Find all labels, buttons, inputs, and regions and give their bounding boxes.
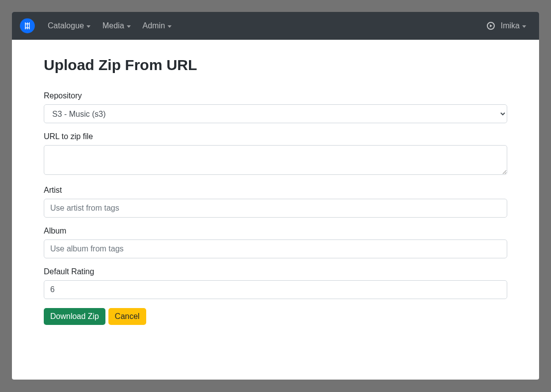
field-artist: Artist (44, 186, 507, 218)
button-row: Download Zip Cancel (44, 308, 507, 325)
chevron-down-icon (127, 25, 131, 28)
app-window: Catalogue Media Admin Imika Upload Zip F… (12, 12, 539, 380)
textarea-url[interactable] (44, 145, 507, 175)
field-repository: Repository S3 - Music (s3) (44, 91, 507, 123)
play-icon[interactable] (487, 22, 495, 30)
nav-user-label: Imika (501, 21, 520, 30)
label-repository: Repository (44, 91, 507, 100)
label-url: URL to zip file (44, 132, 507, 141)
app-logo-icon[interactable] (20, 18, 35, 33)
nav-right: Imika (487, 17, 531, 34)
input-artist[interactable] (44, 199, 507, 218)
label-rating: Default Rating (44, 267, 507, 276)
nav-media-label: Media (102, 21, 124, 30)
nav-media[interactable]: Media (97, 17, 136, 34)
cancel-button[interactable]: Cancel (108, 308, 146, 325)
input-rating[interactable] (44, 280, 507, 299)
page-title: Upload Zip From URL (44, 57, 507, 74)
input-album[interactable] (44, 239, 507, 258)
nav-catalogue-label: Catalogue (48, 21, 84, 30)
field-url: URL to zip file (44, 132, 507, 177)
chevron-down-icon (87, 25, 91, 28)
chevron-down-icon (522, 25, 526, 28)
download-zip-button[interactable]: Download Zip (44, 308, 105, 325)
content: Upload Zip From URL Repository S3 - Musi… (12, 40, 539, 337)
chevron-down-icon (168, 25, 172, 28)
nav-user[interactable]: Imika (501, 17, 531, 34)
nav-catalogue[interactable]: Catalogue (43, 17, 95, 34)
navbar: Catalogue Media Admin Imika (12, 12, 539, 40)
field-album: Album (44, 227, 507, 258)
field-rating: Default Rating (44, 267, 507, 299)
nav-left: Catalogue Media Admin (43, 17, 177, 34)
label-album: Album (44, 227, 507, 235)
select-repository[interactable]: S3 - Music (s3) (44, 104, 507, 123)
nav-admin-label: Admin (143, 21, 165, 30)
nav-admin[interactable]: Admin (138, 17, 177, 34)
label-artist: Artist (44, 186, 507, 195)
